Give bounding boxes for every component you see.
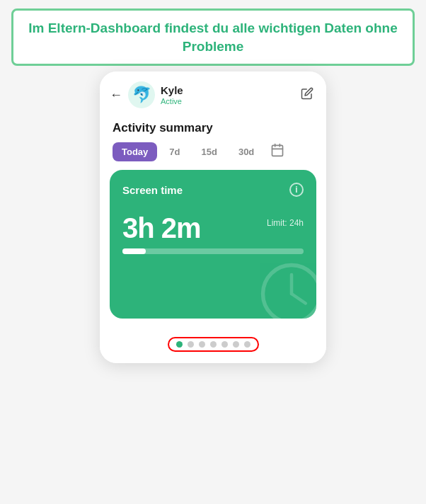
tab-today[interactable]: Today xyxy=(113,142,157,161)
screen-time-card: Screen time i 3h 2m Limit: 24h xyxy=(110,170,316,319)
user-status: Active xyxy=(161,97,183,105)
clock-decoration xyxy=(260,262,316,319)
user-name: Kyle xyxy=(161,84,183,97)
phone-header: ← 🐬 Kyle Active xyxy=(100,71,326,114)
progress-bar-fill xyxy=(122,248,146,254)
svg-point-4 xyxy=(263,265,317,319)
calendar-button[interactable] xyxy=(270,143,284,161)
header-left: ← 🐬 Kyle Active xyxy=(110,81,183,108)
edit-button[interactable] xyxy=(301,87,313,103)
limit-label: Limit: 24h xyxy=(267,218,304,228)
phone-frame: ← 🐬 Kyle Active Activity summary Today 7… xyxy=(100,71,326,363)
dots-container xyxy=(168,337,259,352)
card-title: Screen time xyxy=(122,184,183,196)
pagination xyxy=(100,327,326,363)
card-header: Screen time i xyxy=(122,183,304,197)
back-button[interactable]: ← xyxy=(110,88,122,103)
dot-4[interactable] xyxy=(210,341,217,348)
progress-bar-background xyxy=(122,248,304,254)
dot-6[interactable] xyxy=(233,341,239,348)
tab-15d[interactable]: 15d xyxy=(192,142,226,161)
section-title: Activity summary xyxy=(100,114,326,142)
top-banner: Im Eltern-Dashboard findest du alle wich… xyxy=(11,8,415,66)
avatar-icon: 🐬 xyxy=(132,86,151,104)
avatar: 🐬 xyxy=(128,81,155,108)
svg-line-6 xyxy=(292,294,306,304)
tab-30d[interactable]: 30d xyxy=(229,142,263,161)
tab-bar: Today 7d 15d 30d xyxy=(100,142,326,170)
dot-3[interactable] xyxy=(199,341,205,348)
tab-7d[interactable]: 7d xyxy=(160,142,189,161)
dot-7[interactable] xyxy=(244,341,251,348)
banner-text: Im Eltern-Dashboard findest du alle wich… xyxy=(25,19,401,55)
dot-5[interactable] xyxy=(221,341,228,348)
dot-2[interactable] xyxy=(188,341,194,348)
screen-time-value: 3h 2m xyxy=(122,212,304,244)
svg-rect-0 xyxy=(272,146,283,156)
dot-1[interactable] xyxy=(176,341,183,348)
user-info: Kyle Active xyxy=(161,84,183,105)
info-button[interactable]: i xyxy=(289,183,304,197)
